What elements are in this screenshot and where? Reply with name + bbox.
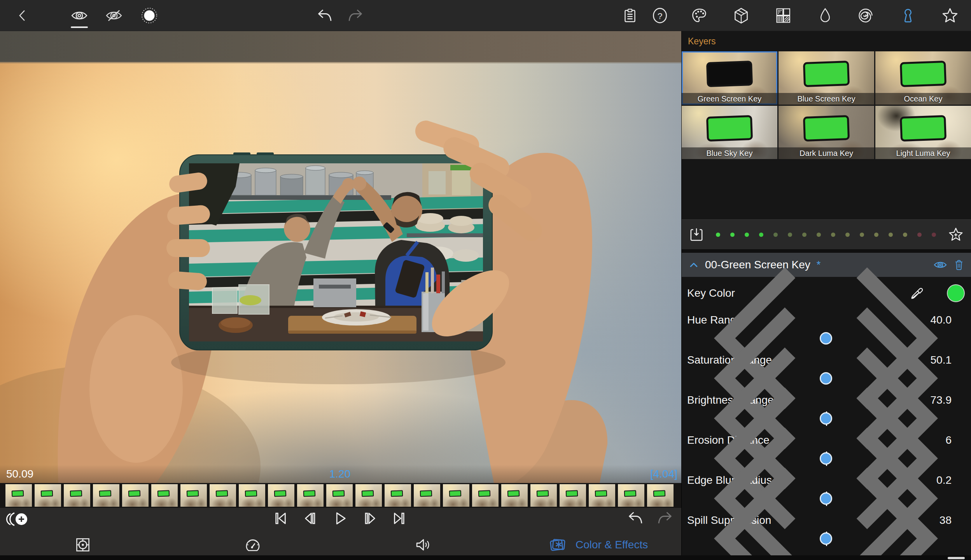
pager-dot[interactable] bbox=[759, 233, 763, 237]
pager-dot[interactable] bbox=[874, 233, 878, 237]
slider-thumb[interactable] bbox=[820, 492, 832, 505]
cube-3d-icon bbox=[733, 7, 750, 24]
solo-circle-icon bbox=[141, 7, 158, 24]
skip-end-icon bbox=[391, 510, 407, 527]
3d-effects-button[interactable] bbox=[732, 6, 751, 25]
preset-light-luma-key[interactable]: Light Luma Key bbox=[875, 106, 971, 159]
slider-thumb[interactable] bbox=[820, 332, 832, 345]
frame-thumb bbox=[326, 484, 353, 507]
keyer-tools-button[interactable] bbox=[899, 6, 917, 25]
speed-gauge-icon bbox=[244, 536, 261, 553]
pager-dot[interactable] bbox=[802, 233, 807, 237]
save-favorite-button[interactable] bbox=[948, 226, 964, 243]
import-preset-button[interactable] bbox=[689, 226, 704, 243]
distort-effects-button[interactable] bbox=[856, 6, 875, 25]
pager-dot[interactable] bbox=[903, 233, 907, 237]
preview-canvas[interactable]: 50.09 1.20 [4.04] bbox=[0, 31, 681, 483]
back-button[interactable] bbox=[13, 6, 32, 25]
preset-blue-sky-key[interactable]: Blue Sky Key bbox=[682, 106, 777, 159]
preset-grid: Green Screen Key Blue Screen Key Ocean K… bbox=[682, 51, 971, 159]
frame-thumb bbox=[618, 484, 644, 507]
frame-thumb bbox=[64, 484, 90, 507]
frame-thumb bbox=[239, 484, 265, 507]
frame-thumb bbox=[472, 484, 499, 507]
undo-button[interactable] bbox=[315, 6, 334, 25]
slider-increment-button[interactable] bbox=[834, 445, 965, 560]
frame-thumb bbox=[501, 484, 528, 507]
pager-dot[interactable] bbox=[845, 233, 850, 237]
skip-to-end-button[interactable] bbox=[390, 509, 408, 527]
preset-ocean-key[interactable]: Ocean Key bbox=[875, 51, 971, 105]
slider-thumb[interactable] bbox=[820, 532, 832, 545]
skip-to-start-button[interactable] bbox=[272, 509, 290, 527]
clip-total-time: [4.04] bbox=[650, 465, 677, 483]
frame-back-button[interactable] bbox=[301, 509, 319, 527]
keyer-icon bbox=[900, 7, 916, 24]
slider-thumb[interactable] bbox=[820, 452, 832, 465]
timecode-overlay: 50.09 1.20 [4.04] bbox=[0, 465, 681, 483]
pager-dot[interactable] bbox=[730, 233, 735, 237]
preset-dark-luma-key[interactable]: Dark Luma Key bbox=[779, 106, 874, 159]
filmstrip[interactable] bbox=[0, 483, 681, 508]
timeline-undo-button[interactable] bbox=[626, 509, 645, 527]
pager-dot[interactable] bbox=[745, 233, 749, 237]
slider-thumb[interactable] bbox=[820, 372, 832, 385]
blur-effects-button[interactable] bbox=[816, 6, 835, 25]
transitions-button[interactable] bbox=[774, 6, 793, 25]
video-frame bbox=[0, 31, 681, 483]
preset-thumbnail-phone bbox=[706, 115, 753, 141]
color-effects-tab[interactable]: Color & Effects bbox=[548, 536, 648, 554]
back-icon bbox=[16, 8, 29, 23]
clip-speed-button[interactable] bbox=[244, 536, 262, 554]
preset-thumbnail-phone bbox=[803, 60, 850, 87]
pager-dot[interactable] bbox=[716, 233, 720, 237]
undo-icon bbox=[316, 8, 333, 23]
svg-text:?: ? bbox=[658, 11, 663, 21]
timeline-redo-button[interactable] bbox=[656, 509, 674, 527]
pager-dot[interactable] bbox=[860, 233, 864, 237]
panel-scroll-indicator[interactable] bbox=[948, 557, 965, 559]
preset-thumbnail-phone bbox=[900, 60, 947, 87]
frame-thumb bbox=[151, 484, 178, 507]
show-preview-button[interactable] bbox=[70, 6, 89, 25]
favorites-button[interactable] bbox=[941, 6, 959, 25]
preset-thumbnail-phone bbox=[803, 115, 850, 141]
preset-green-screen-key[interactable]: Green Screen Key bbox=[682, 51, 777, 105]
pager-dot[interactable] bbox=[788, 233, 792, 237]
frame-forward-button[interactable] bbox=[361, 509, 379, 527]
hide-preview-eye-icon bbox=[105, 9, 123, 22]
show-preview-eye-icon bbox=[70, 9, 88, 22]
spiral-icon bbox=[857, 7, 874, 24]
pager-dot[interactable] bbox=[831, 233, 835, 237]
help-button[interactable]: ? bbox=[651, 6, 669, 25]
frame-fit-icon bbox=[74, 536, 91, 553]
color-effects-icon bbox=[548, 536, 567, 553]
pager-dot[interactable] bbox=[917, 233, 922, 237]
slider-thumb[interactable] bbox=[820, 412, 832, 425]
frame-thumb bbox=[443, 484, 469, 507]
star-icon bbox=[941, 7, 959, 24]
audio-mixer-button[interactable] bbox=[414, 536, 432, 554]
play-button[interactable] bbox=[331, 509, 349, 527]
frame-thumb bbox=[35, 484, 61, 507]
preset-blue-screen-key[interactable]: Blue Screen Key bbox=[779, 51, 874, 105]
redo-button[interactable] bbox=[346, 6, 365, 25]
help-icon: ? bbox=[652, 7, 668, 24]
bottom-edge-strip bbox=[0, 555, 971, 560]
frame-thumb bbox=[122, 484, 149, 507]
pager-dot[interactable] bbox=[773, 233, 778, 237]
pager-dot[interactable] bbox=[817, 233, 821, 237]
project-notes-button[interactable] bbox=[621, 6, 639, 25]
pager-dot[interactable] bbox=[889, 233, 893, 237]
frame-thumb bbox=[210, 484, 236, 507]
pager-dot[interactable] bbox=[932, 233, 936, 237]
color-tools-button[interactable] bbox=[690, 6, 709, 25]
slider-decrement-button[interactable] bbox=[687, 445, 818, 560]
frame-fit-button[interactable] bbox=[74, 536, 92, 554]
panel-empty-area bbox=[682, 159, 971, 219]
pager-dots bbox=[704, 233, 948, 237]
add-layer-button[interactable] bbox=[5, 511, 29, 527]
preset-label: Blue Sky Key bbox=[682, 147, 777, 159]
solo-clip-button[interactable] bbox=[140, 6, 159, 25]
hide-preview-button[interactable] bbox=[105, 6, 123, 25]
